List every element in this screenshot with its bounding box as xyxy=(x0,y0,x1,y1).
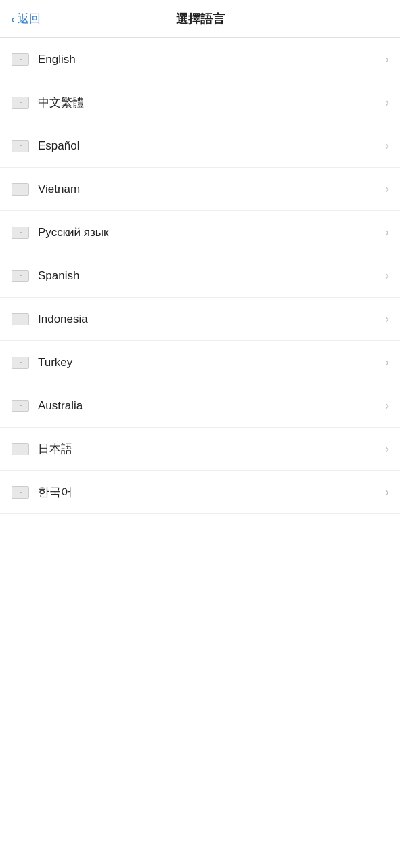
language-item-turkey[interactable]: ··· Turkey › xyxy=(0,341,400,384)
flag-icon-spanish: ··· xyxy=(11,269,30,283)
language-item-indonesia[interactable]: ··· Indonesia › xyxy=(0,298,400,341)
chevron-right-icon: › xyxy=(385,355,389,369)
language-label-indonesia: Indonesia xyxy=(38,313,385,326)
language-label-australia: Australia xyxy=(38,399,385,413)
language-label-chinese-traditional: 中文繁體 xyxy=(38,95,385,110)
language-item-australia[interactable]: ··· Australia › xyxy=(0,384,400,428)
flag-icon-turkey: ··· xyxy=(11,356,30,369)
flag-icon-indonesia: ··· xyxy=(11,313,30,326)
back-chevron-icon: ‹ xyxy=(11,13,15,25)
language-label-vietnam: Vietnam xyxy=(38,183,385,196)
flag-icon-chinese-traditional: ··· xyxy=(11,96,30,110)
language-label-spanish: Spanish xyxy=(38,269,385,283)
chevron-right-icon: › xyxy=(385,182,389,196)
chevron-right-icon: › xyxy=(385,139,389,153)
language-label-english: English xyxy=(38,53,385,66)
language-item-espanol[interactable]: ··· Español › xyxy=(0,124,400,168)
language-label-korean: 한국어 xyxy=(38,484,385,500)
language-item-japanese[interactable]: ··· 日本語 › xyxy=(0,428,400,471)
language-item-korean[interactable]: ··· 한국어 › xyxy=(0,471,400,514)
language-item-russian[interactable]: ··· Русский язык › xyxy=(0,211,400,254)
language-item-chinese-traditional[interactable]: ··· 中文繁體 › xyxy=(0,81,400,124)
flag-icon-russian: ··· xyxy=(11,226,30,239)
page-title: 選擇語言 xyxy=(176,11,225,27)
chevron-right-icon: › xyxy=(385,225,389,239)
chevron-right-icon: › xyxy=(385,52,389,66)
language-list: ··· English › ··· 中文繁體 › ··· Español › ·… xyxy=(0,38,400,514)
chevron-right-icon: › xyxy=(385,95,389,110)
flag-icon-espanol: ··· xyxy=(11,139,30,153)
chevron-right-icon: › xyxy=(385,312,389,326)
language-item-vietnam[interactable]: ··· Vietnam › xyxy=(0,168,400,211)
language-item-english[interactable]: ··· English › xyxy=(0,38,400,81)
back-button[interactable]: ‹ 返回 xyxy=(11,11,41,26)
flag-icon-english: ··· xyxy=(11,53,30,66)
flag-icon-australia: ··· xyxy=(11,399,30,413)
language-item-spanish[interactable]: ··· Spanish › xyxy=(0,254,400,298)
page-header: ‹ 返回 選擇語言 xyxy=(0,0,400,38)
flag-icon-vietnam: ··· xyxy=(11,183,30,196)
language-label-espanol: Español xyxy=(38,139,385,153)
flag-icon-japanese: ··· xyxy=(11,442,30,456)
chevron-right-icon: › xyxy=(385,442,389,456)
chevron-right-icon: › xyxy=(385,398,389,413)
language-label-russian: Русский язык xyxy=(38,226,385,239)
flag-icon-korean: ··· xyxy=(11,486,30,499)
back-label: 返回 xyxy=(18,11,41,26)
chevron-right-icon: › xyxy=(385,269,389,283)
language-label-turkey: Turkey xyxy=(38,356,385,369)
language-label-japanese: 日本語 xyxy=(38,441,385,457)
chevron-right-icon: › xyxy=(385,485,389,499)
